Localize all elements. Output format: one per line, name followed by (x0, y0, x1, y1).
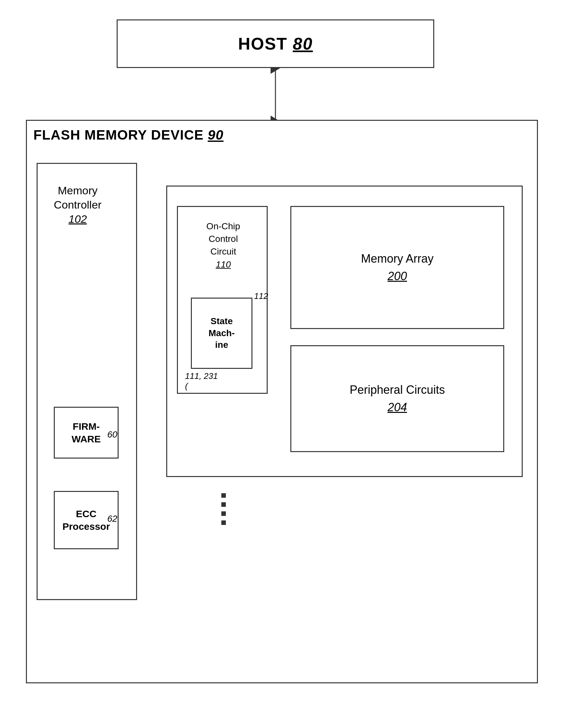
peripheral-circuits-label: Peripheral Circuits 204 (350, 381, 445, 416)
firmware-ref: 60 (107, 430, 117, 440)
state-machine-ref: 112 (254, 291, 268, 301)
dot-3 (221, 511, 226, 516)
memory-controller-box: MemoryController 102 FIRM-WARE 60 ECCPro… (37, 163, 137, 600)
bus-ref: 111, 231 (185, 371, 218, 381)
onchip-ref: 110 (216, 259, 231, 269)
ecc-ref-label: 62 (107, 514, 117, 524)
state-machine-label: StateMach-ine (209, 315, 235, 351)
peripheral-circuits-ref: 204 (387, 401, 407, 414)
state-machine-ref-label: 112 (254, 291, 268, 301)
dot-2 (221, 502, 226, 507)
diagram-container: HOST 80 FLASH MEMORY DEVICE 90 MemoryCon… (19, 13, 551, 719)
host-ref: 80 (293, 34, 313, 53)
ecc-label: ECCProcessor (62, 508, 110, 533)
peripheral-circuits-box: Peripheral Circuits 204 (290, 345, 504, 452)
ecc-ref: 62 (107, 514, 117, 524)
host-label: HOST 80 (238, 34, 313, 53)
memory-chip-box: On-ChipControlCircuit 110 StateMach-ine … (166, 185, 523, 477)
flash-label: FLASH MEMORY DEVICE 90 (33, 127, 224, 143)
onchip-control-box: On-ChipControlCircuit 110 StateMach-ine … (177, 206, 268, 394)
dot-1 (221, 493, 226, 498)
state-machine-box: StateMach-ine (191, 297, 252, 369)
flash-ref: 90 (208, 127, 224, 142)
memory-controller-ref: 102 (68, 213, 87, 225)
dots-area (221, 493, 226, 525)
memory-array-box: Memory Array 200 (290, 206, 504, 329)
onchip-label: On-ChipControlCircuit 110 (185, 220, 262, 271)
firmware-label: FIRM-WARE (72, 420, 101, 445)
memory-array-label: Memory Array 200 (361, 250, 434, 285)
dot-4 (221, 521, 226, 525)
memory-array-ref: 200 (387, 269, 407, 283)
bus-ref-label: 111, 231 ( (185, 371, 218, 391)
firmware-ref-label: 60 (107, 430, 117, 440)
memory-controller-label: MemoryController 102 (54, 183, 101, 226)
host-box: HOST 80 (117, 19, 434, 68)
flash-memory-device-box: FLASH MEMORY DEVICE 90 MemoryController … (26, 120, 538, 683)
